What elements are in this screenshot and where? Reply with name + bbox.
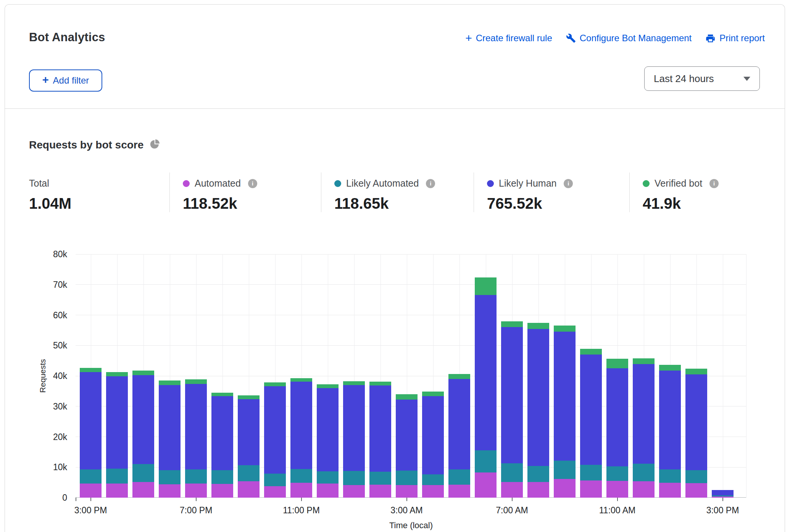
segment-likely-automated	[290, 469, 312, 483]
stat-automated-label: Automated	[195, 178, 241, 189]
segment-automated	[606, 481, 628, 498]
segment-automated	[659, 483, 681, 498]
segment-verified-bot	[659, 365, 681, 370]
segment-likely-automated	[685, 470, 707, 483]
print-report-label: Print report	[719, 33, 765, 44]
info-icon[interactable]: i	[426, 179, 435, 188]
bar-2[interactable]	[132, 254, 154, 498]
bar-14[interactable]	[448, 254, 470, 498]
stat-total-label: Total	[29, 178, 49, 189]
bar-24[interactable]	[712, 254, 734, 498]
bar-3[interactable]	[159, 254, 181, 498]
page-title: Bot Analytics	[29, 31, 105, 44]
segment-automated	[580, 480, 602, 498]
x-axis-tick-label: 3:00 PM	[690, 505, 755, 516]
segment-likely-automated	[132, 464, 154, 482]
segment-likely-human	[448, 379, 470, 469]
bar-1[interactable]	[106, 254, 128, 498]
segment-verified-bot	[396, 394, 418, 400]
segment-verified-bot	[369, 382, 391, 385]
segment-automated	[132, 482, 154, 498]
bar-4[interactable]	[185, 254, 207, 498]
bar-16[interactable]	[501, 254, 523, 498]
segment-verified-bot	[211, 393, 233, 397]
segment-verified-bot	[290, 378, 312, 382]
segment-automated	[475, 472, 497, 498]
segment-likely-automated	[264, 474, 286, 486]
print-report-link[interactable]: Print report	[705, 33, 765, 44]
segment-likely-automated	[633, 464, 655, 481]
segment-likely-human	[580, 355, 602, 465]
segment-likely-human	[685, 374, 707, 470]
configure-bot-management-link[interactable]: Configure Bot Management	[566, 33, 692, 44]
bar-8[interactable]	[290, 254, 312, 498]
x-axis-tick-label: 7:00 PM	[164, 505, 229, 516]
bar-12[interactable]	[396, 254, 418, 498]
segment-likely-human	[290, 382, 312, 469]
segment-likely-human	[527, 329, 549, 466]
bar-20[interactable]	[606, 254, 628, 498]
segment-automated	[554, 479, 576, 498]
segment-likely-human	[606, 368, 628, 466]
segment-automated	[685, 483, 707, 498]
x-axis-tick	[76, 498, 76, 501]
bar-6[interactable]	[238, 254, 260, 498]
bar-21[interactable]	[633, 254, 655, 498]
plus-icon: +	[42, 74, 49, 86]
bar-0[interactable]	[80, 254, 102, 498]
bar-18[interactable]	[554, 254, 576, 498]
x-axis-tick-label: 3:00 AM	[374, 505, 439, 516]
stat-likely-human-value: 765.52k	[487, 195, 629, 212]
info-icon[interactable]: i	[564, 179, 573, 188]
segment-verified-bot	[685, 369, 707, 374]
bar-10[interactable]	[343, 254, 365, 498]
segment-automated	[211, 484, 233, 498]
segment-likely-human	[132, 375, 154, 464]
segment-likely-automated	[475, 450, 497, 472]
bar-19[interactable]	[580, 254, 602, 498]
bar-13[interactable]	[422, 254, 444, 498]
info-icon[interactable]: i	[248, 179, 257, 188]
segment-likely-human	[80, 372, 102, 469]
stat-automated: Automated i 118.52k	[169, 172, 321, 212]
x-axis-tick	[301, 498, 302, 501]
y-axis-tick-label: 10k	[37, 461, 67, 473]
printer-icon	[705, 33, 716, 44]
stat-likely-automated-label: Likely Automated	[346, 178, 419, 189]
bar-7[interactable]	[264, 254, 286, 498]
stat-likely-human: Likely Human i 765.52k	[474, 172, 629, 212]
segment-automated	[448, 485, 470, 498]
segment-likely-automated	[448, 469, 470, 485]
segment-verified-bot	[159, 380, 181, 385]
pie-chart-icon	[150, 139, 160, 151]
segment-likely-automated	[712, 495, 734, 497]
segment-likely-automated	[580, 465, 602, 480]
segment-automated	[80, 484, 102, 498]
x-axis-title: Time (local)	[76, 521, 746, 530]
bar-5[interactable]	[211, 254, 233, 498]
bar-11[interactable]	[369, 254, 391, 498]
add-filter-label: Add filter	[53, 75, 89, 86]
segment-verified-bot	[264, 382, 286, 386]
segment-verified-bot	[238, 395, 260, 399]
segment-automated	[185, 484, 207, 498]
configure-bot-management-label: Configure Bot Management	[580, 33, 692, 44]
x-axis-tick-label: 7:00 AM	[480, 505, 545, 516]
bar-15[interactable]	[475, 254, 497, 498]
x-axis-tick	[90, 498, 91, 501]
segment-likely-human	[475, 295, 497, 451]
info-icon[interactable]: i	[709, 179, 719, 188]
create-firewall-rule-link[interactable]: + Create firewall rule	[465, 33, 552, 44]
bar-22[interactable]	[659, 254, 681, 498]
segment-verified-bot	[580, 349, 602, 355]
add-filter-button[interactable]: + Add filter	[29, 69, 102, 92]
segment-likely-automated	[554, 461, 576, 479]
segment-likely-human	[159, 385, 181, 470]
segment-likely-automated	[606, 466, 628, 481]
bar-17[interactable]	[527, 254, 549, 498]
stat-total: Total 1.04M	[29, 172, 169, 212]
time-range-select[interactable]: Last 24 hours	[644, 66, 760, 91]
bar-9[interactable]	[317, 254, 339, 498]
bar-23[interactable]	[685, 254, 707, 498]
automated-dot-icon	[183, 180, 190, 187]
